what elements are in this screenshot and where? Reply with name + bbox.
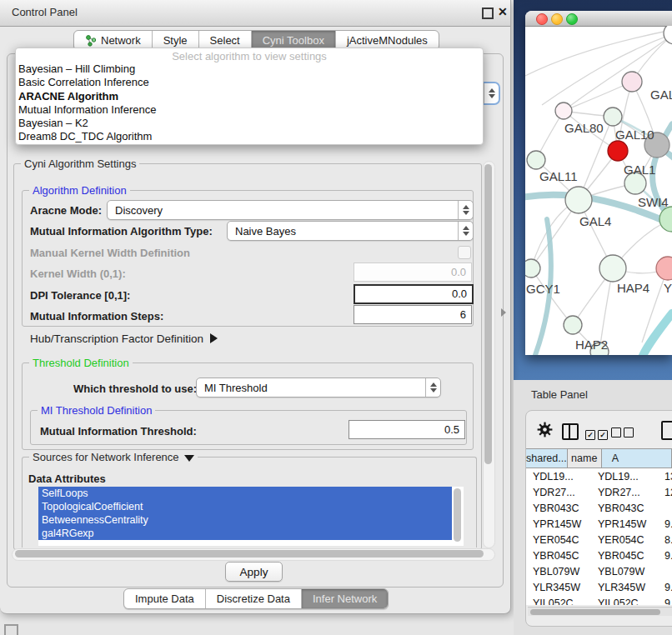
column-header-partial[interactable]: A: [602, 449, 672, 468]
tab-infer-network[interactable]: Infer Network: [302, 589, 388, 608]
cell[interactable]: YIL052C: [591, 598, 654, 606]
menu-item-dream8[interactable]: Dream8 DC_TDC Algorithm: [16, 130, 483, 143]
menu-item-aracne[interactable]: ARACNE Algorithm: [16, 90, 483, 103]
cell[interactable]: 9.: [654, 518, 672, 530]
which-threshold-combobox[interactable]: MI Threshold: [196, 378, 441, 398]
manual-kernel-width-checkbox[interactable]: [458, 246, 471, 259]
export-table-icon[interactable]: [661, 421, 672, 440]
cell[interactable]: YIL052C: [526, 598, 591, 606]
close-icon[interactable]: ✕: [498, 5, 508, 18]
mi-threshold-field[interactable]: 0.5: [349, 420, 465, 439]
node-gal10[interactable]: [604, 108, 622, 126]
table-row[interactable]: YPR145W YPR145W 9.: [526, 516, 672, 532]
cell[interactable]: 8.: [654, 534, 672, 546]
minimize-traffic-light-icon[interactable]: [551, 13, 563, 25]
apply-button[interactable]: Apply: [225, 562, 283, 582]
table-row[interactable]: YBL079W YBL079W: [526, 563, 672, 579]
table-scroll-thumb[interactable]: [530, 609, 660, 615]
mi-threshold-definition-title: MI Threshold Definition: [38, 404, 155, 417]
cell[interactable]: YLR345W: [526, 582, 591, 593]
dpi-tolerance-field[interactable]: 0.0: [354, 284, 474, 304]
minimized-panel-icon[interactable]: [4, 624, 18, 635]
column-header-name[interactable]: name: [568, 449, 602, 468]
close-traffic-light-icon[interactable]: [536, 13, 548, 25]
hub-section-toggle[interactable]: Hub/Transcription Factor Definition: [30, 332, 218, 345]
cell[interactable]: YBL079W: [526, 566, 591, 578]
node-gal80[interactable]: [555, 102, 572, 119]
cell[interactable]: YBR043C: [526, 502, 591, 514]
node-hap2[interactable]: [564, 316, 582, 334]
settings-vertical-scrollbar[interactable]: [483, 161, 495, 548]
cell[interactable]: YER054C: [591, 534, 654, 546]
kernel-width-field[interactable]: 0.0: [354, 262, 472, 282]
cell[interactable]: YDR27...: [591, 487, 654, 498]
table-body: YDL19... YDL19... 13 YDR27... YDR27... 1…: [526, 468, 672, 605]
vertical-scroll-thumb[interactable]: [484, 164, 492, 464]
cell[interactable]: 13: [654, 471, 672, 482]
menu-item-basic-correlation[interactable]: Basic Correlation Inference: [16, 76, 483, 89]
mi-algorithm-type-label: Mutual Information Algorithm Type:: [30, 225, 213, 238]
cell[interactable]: YDL19...: [591, 471, 654, 482]
list-item[interactable]: BetweennessCentrality: [38, 513, 452, 527]
node-hap4[interactable]: [599, 255, 626, 282]
node-label: GAL10: [615, 128, 654, 142]
cell[interactable]: YPR145W: [591, 518, 654, 530]
network-window-titlebar[interactable]: [525, 11, 672, 27]
mi-steps-field[interactable]: 6: [354, 305, 472, 324]
cell[interactable]: YBR043C: [591, 502, 654, 514]
cell[interactable]: YDL19...: [526, 471, 591, 482]
sources-group-title[interactable]: Sources for Network Inference: [29, 451, 198, 463]
table-row[interactable]: YBR045C YBR045C 9.: [526, 548, 672, 563]
cell[interactable]: YLR345W: [591, 582, 654, 593]
aracne-mode-combobox[interactable]: Discovery: [107, 200, 474, 220]
horizontal-scroll-thumb[interactable]: [15, 550, 484, 558]
list-item[interactable]: gal4RGexp: [38, 527, 452, 540]
cyni-bottom-tabbar: Impute Data Discretize Data Infer Networ…: [123, 588, 389, 609]
menu-item-bayesian-hill-climbing[interactable]: Bayesian – Hill Climbing: [16, 62, 483, 76]
cell[interactable]: YBR045C: [526, 550, 591, 562]
menu-item-bayesian-k2[interactable]: Bayesian – K2: [16, 117, 483, 130]
cell[interactable]: YPR145W: [526, 518, 591, 530]
stepper-icons: [458, 222, 473, 240]
node-gal4[interactable]: [565, 187, 592, 213]
deselect-all-checkboxes-icon[interactable]: [611, 426, 634, 441]
table-settings-gear-icon[interactable]: [537, 422, 553, 441]
node-selected-red[interactable]: [608, 141, 628, 161]
table-row[interactable]: YER054C YER054C 8.: [526, 532, 672, 548]
cell[interactable]: YDR27...: [526, 487, 591, 498]
column-header-shared-name[interactable]: shared...: [526, 449, 568, 468]
menu-item-mutual-information[interactable]: Mutual Information Inference: [16, 103, 483, 117]
settings-horizontal-scrollbar[interactable]: [12, 548, 495, 561]
cell[interactable]: 9.: [654, 582, 672, 593]
table-horizontal-scrollbar[interactable]: [528, 607, 672, 616]
cell[interactable]: YER054C: [526, 534, 591, 546]
tab-discretize-data[interactable]: Discretize Data: [206, 589, 302, 608]
network-canvas[interactable]: GAL GAL80 GAL10 GAL11 GAL1 SWI4 GAL4 GCY…: [525, 26, 672, 355]
table-row[interactable]: YLR345W YLR345W 9.: [526, 579, 672, 595]
node-gcy1[interactable]: [525, 259, 540, 278]
data-attributes-list[interactable]: SelfLoops TopologicalCoefficient Between…: [38, 487, 464, 546]
node-gal11[interactable]: [527, 151, 545, 169]
mi-algorithm-type-combobox[interactable]: Naive Bayes: [227, 221, 474, 241]
node-salmon[interactable]: [656, 257, 672, 280]
select-all-checkboxes-icon[interactable]: ✓✓: [585, 426, 608, 441]
cell[interactable]: 9.: [654, 550, 672, 562]
table-row[interactable]: YBR043C YBR043C: [526, 500, 672, 516]
list-scrollbar[interactable]: [454, 488, 461, 542]
zoom-traffic-light-icon[interactable]: [566, 13, 578, 25]
cell[interactable]: YBR045C: [591, 550, 654, 562]
table-row[interactable]: YDR27... YDR27... 12: [526, 484, 672, 500]
list-item[interactable]: SelfLoops: [38, 487, 452, 500]
show-columns-icon[interactable]: [562, 423, 579, 440]
cell[interactable]: 9: [654, 598, 672, 606]
cell[interactable]: YBL079W: [591, 566, 654, 578]
tab-impute-data[interactable]: Impute Data: [124, 589, 206, 608]
control-panel-titlebar[interactable]: Control Panel ✕: [0, 0, 510, 27]
node-gal-pink[interactable]: [622, 72, 642, 92]
panel-splitter-grip[interactable]: [501, 308, 506, 317]
list-item[interactable]: TopologicalCoefficient: [38, 500, 452, 513]
table-row[interactable]: YIL052C YIL052C 9: [526, 595, 672, 605]
cell[interactable]: 12: [654, 487, 672, 498]
float-window-icon[interactable]: [482, 8, 494, 19]
table-row[interactable]: YDL19... YDL19... 13: [526, 468, 672, 484]
